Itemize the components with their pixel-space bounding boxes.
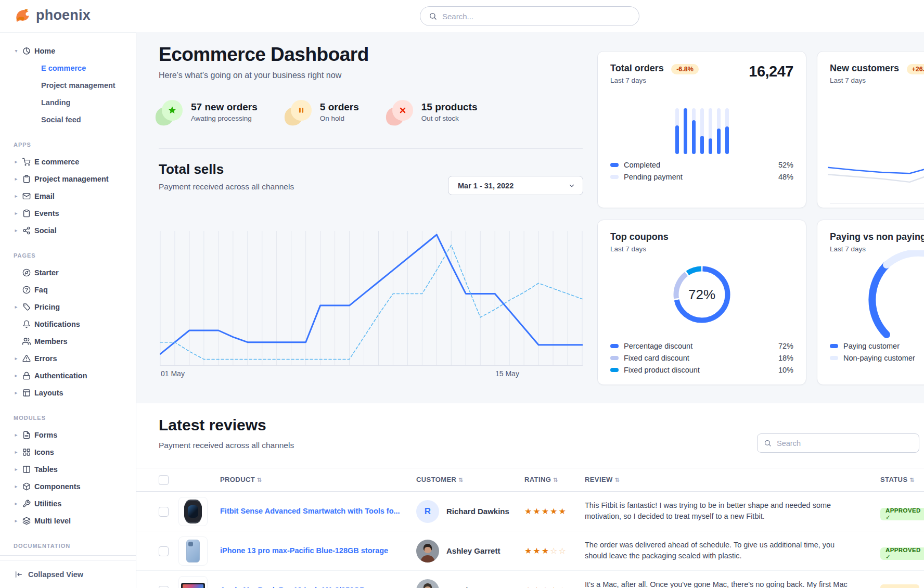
col-status[interactable]: STATUS⇅: [880, 476, 915, 483]
sort-icon: ⇅: [553, 477, 558, 483]
legend-label: Non-paying customer: [843, 354, 915, 362]
sidebar-item-events[interactable]: ▸Events: [0, 204, 136, 222]
sidebar-item-authentication[interactable]: ▸Authentication: [0, 367, 136, 384]
sidebar-subitem-landing[interactable]: Landing: [0, 94, 136, 111]
sidebar-item-icons[interactable]: ▸Icons: [0, 443, 136, 461]
chevron-down-icon: [568, 182, 575, 189]
sidebar-item-home[interactable]: ▾Home: [0, 42, 136, 59]
sidebar-section-label: DOCUMENTATION: [0, 543, 136, 549]
legend-swatch: [610, 175, 619, 179]
caret-right-icon: ▸: [14, 449, 19, 455]
sidebar-item-project-management[interactable]: ▸Project management: [0, 170, 136, 187]
sidebar-item-notifications[interactable]: Notifications: [0, 315, 136, 333]
layers-icon: [22, 517, 31, 525]
file-icon: [22, 431, 31, 439]
col-review[interactable]: REVIEW⇅: [585, 476, 620, 483]
lock-icon: [22, 372, 31, 380]
stat-value: 15 products: [421, 101, 478, 113]
sidebar-item-members[interactable]: Members: [0, 333, 136, 350]
review-text: The order was delivered ahead of schedul…: [585, 540, 858, 561]
legend-swatch: [830, 356, 838, 360]
total-orders-card: Total orders -6.8% Last 7 days 16,247 Co…: [597, 51, 806, 208]
legend-label: Pending payment: [624, 173, 683, 181]
date-range-value: Mar 1 - 31, 2022: [458, 182, 514, 190]
pie-icon: [22, 47, 31, 55]
sidebar-item-e-commerce[interactable]: ▸E commerce: [0, 153, 136, 170]
sidebar-item-multi-level[interactable]: ▸Multi level: [0, 512, 136, 529]
caret-down-icon: ▾: [14, 48, 19, 54]
sidebar-item-utilities[interactable]: ▸Utilities: [0, 495, 136, 512]
sidebar-section-label: APPS: [0, 142, 136, 148]
sidebar-subitem-social-feed[interactable]: Social feed: [0, 111, 136, 128]
col-customer[interactable]: CUSTOMER⇅: [416, 476, 464, 483]
reviews-search-input[interactable]: [777, 439, 913, 448]
table-row: Apple MacBook Pro 13 inch-M1-8/256GB Woo…: [136, 571, 924, 588]
pause-stat-icon: [288, 100, 312, 124]
date-range-select[interactable]: Mar 1 - 31, 2022: [448, 176, 583, 195]
product-image: [178, 536, 208, 566]
total-sells-chart: [160, 224, 583, 368]
sidebar-item-components[interactable]: ▸Components: [0, 478, 136, 495]
top-coupons-donut: 72%: [673, 266, 730, 323]
caret-right-icon: ▸: [14, 304, 19, 310]
top-coupons-title: Top coupons: [610, 232, 669, 242]
total-orders-bar-chart: [675, 108, 729, 154]
product-link[interactable]: Apple MacBook Pro 13 inch-M1-8/256GB: [220, 586, 365, 588]
rating-stars: ★★★★★: [524, 585, 567, 588]
sidebar-item-faq[interactable]: Faq: [0, 281, 136, 298]
col-product[interactable]: PRODUCT⇅: [220, 476, 262, 483]
caret-right-icon: ▸: [14, 466, 19, 472]
legend-label: Fixed card discount: [624, 354, 689, 362]
clipboard-icon: [22, 209, 31, 218]
global-search[interactable]: [420, 6, 639, 26]
search-icon: [764, 439, 772, 447]
sidebar-item-starter[interactable]: Starter: [0, 264, 136, 281]
col-rating[interactable]: RATING⇅: [524, 476, 558, 483]
new-customers-title: New customers: [830, 63, 899, 73]
product-image: [178, 576, 208, 588]
sidebar-subitem-e-commerce[interactable]: E commerce: [0, 59, 136, 76]
stat-star: 57 new orders Awating processing: [159, 100, 258, 124]
product-link[interactable]: Fitbit Sense Advanced Smartwatch with To…: [220, 507, 400, 515]
rating-stars: ★★★★★: [524, 506, 567, 516]
select-all-checkbox[interactable]: [159, 475, 169, 485]
collapsed-view-label: Collapsed View: [28, 570, 83, 579]
reviews-search[interactable]: [757, 433, 919, 453]
caret-right-icon: ▸: [14, 432, 19, 438]
top-coupons-legend: Percentage discount 72% Fixed card disco…: [610, 339, 793, 375]
sidebar-item-errors[interactable]: ▸Errors: [0, 350, 136, 367]
legend-value: 10%: [778, 366, 793, 374]
sidebar-nav: ▾HomeE commerceProject managementLanding…: [0, 33, 136, 560]
total-orders-legend: Completed 52% Pending payment 48%: [610, 158, 793, 182]
sidebar-item-forms[interactable]: ▸Forms: [0, 426, 136, 443]
review-text: It's a Mac, after all. Once you've gone …: [585, 579, 858, 588]
sidebar-item-tables[interactable]: ▸Tables: [0, 461, 136, 478]
brand-logo[interactable]: phoenix: [14, 6, 91, 24]
row-checkbox[interactable]: [159, 546, 169, 556]
order-bar: [700, 108, 704, 154]
sidebar-subitem-project-management[interactable]: Project management: [0, 76, 136, 94]
table-row: iPhone 13 pro max-Pacific Blue-128GB sto…: [136, 531, 924, 571]
tag-icon: [22, 303, 31, 311]
stat-value: 5 orders: [320, 101, 359, 113]
row-checkbox[interactable]: [159, 507, 169, 517]
stat-x: 15 products Out of stock: [389, 100, 478, 124]
stat-caption: Out of stock: [421, 114, 478, 122]
global-search-input[interactable]: [442, 12, 631, 21]
status-badge: PENDING: [880, 584, 919, 588]
legend-label: Fixed product discount: [624, 366, 700, 374]
sidebar-divider: [0, 555, 136, 556]
page-subtitle: Here's what's going on at your business …: [159, 71, 341, 80]
sidebar-item-pricing[interactable]: ▸Pricing: [0, 298, 136, 315]
collapsed-view-toggle[interactable]: Collapsed View: [0, 560, 136, 588]
product-link[interactable]: iPhone 13 pro max-Pacific Blue-128GB sto…: [220, 546, 388, 555]
sidebar-section-label: MODULES: [0, 415, 136, 421]
sidebar-item-social[interactable]: ▸Social: [0, 222, 136, 239]
donut-center-value: 72%: [673, 266, 730, 323]
sidebar-item-email[interactable]: ▸Email: [0, 187, 136, 204]
row-checkbox[interactable]: [159, 586, 169, 588]
legend-swatch: [610, 368, 619, 372]
sidebar-item-layouts[interactable]: ▸Layouts: [0, 384, 136, 401]
box-icon: [22, 482, 31, 491]
x-stat-icon: [389, 100, 413, 124]
